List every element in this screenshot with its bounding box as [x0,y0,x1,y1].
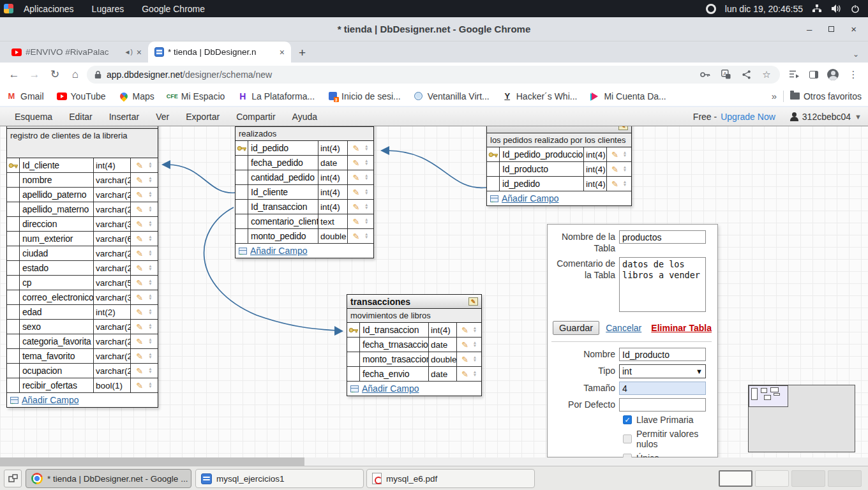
password-key-icon[interactable] [700,69,711,80]
edit-field-icon[interactable]: ✎ [136,205,143,214]
edit-field-icon[interactable]: ✎ [136,308,143,316]
bookmark-mi-espacio[interactable]: CFEMi Espacio [167,91,225,101]
reorder-field-icon[interactable]: ▲▼ [148,279,152,286]
field-row[interactable]: cpvarchar(5)✎▲▼ [7,276,158,290]
edit-field-icon[interactable]: ✎ [136,279,143,287]
side-panel-icon[interactable] [809,71,818,78]
field-row[interactable]: apellido_paternovarchar(20)✎▲▼ [7,188,158,202]
reorder-field-icon[interactable]: ▲▼ [148,177,152,183]
field-row[interactable]: categoria_favoritavarchar(25)✎▲▼ [7,334,158,349]
add-field-row[interactable]: Añadir Campo [7,393,158,407]
edit-field-icon[interactable]: ✎ [136,293,143,302]
field-row[interactable]: sexovarchar(2)✎▲▼ [7,320,158,334]
reorder-field-icon[interactable]: ▲▼ [148,353,152,359]
address-bar[interactable]: app.dbdesigner.net/designer/schema/new A… [87,66,780,84]
field-row[interactable]: id_pedidoint(4)✎▲▼ [487,177,631,191]
menu-ayuda[interactable]: Ayuda [284,112,326,122]
field-row[interactable]: Id_clienteint(4)✎▲▼ [7,158,158,173]
reorder-field-icon[interactable]: ▲▼ [364,218,368,225]
edit-field-icon[interactable]: ✎ [611,151,618,159]
edit-table-icon[interactable]: ✎ [468,297,478,306]
distro-logo-icon[interactable] [4,4,13,13]
accessibility-icon[interactable] [706,4,716,14]
reorder-field-icon[interactable]: ▲▼ [473,341,477,348]
field-row[interactable]: fecha_enviodate✎▲▼ [347,367,481,382]
reorder-field-icon[interactable]: ▲▼ [623,166,627,172]
field-row[interactable]: fecha_pedidodate✎▲▼ [236,156,373,170]
edit-field-icon[interactable]: ✎ [136,249,143,258]
edit-field-icon[interactable]: ✎ [136,323,143,331]
upgrade-now-link[interactable]: Upgrade Now [721,112,775,122]
forward-button[interactable]: → [26,68,43,81]
edit-field-icon[interactable]: ✎ [461,370,468,378]
bookmark-inicio-de-sesion[interactable]: Inicio de sesi... [327,91,401,101]
field-row[interactable]: Id_pedido_produccionint(4)✎▲▼ [487,147,631,162]
add-field-row[interactable]: Añadir Campo [487,191,631,205]
delete-table-link[interactable]: Eliminar Tabla [651,323,712,333]
edit-field-icon[interactable]: ✎ [353,144,360,152]
minimize-button[interactable]: – [807,24,812,34]
reorder-field-icon[interactable]: ▲▼ [623,181,627,187]
save-button[interactable]: Guardar [553,321,599,335]
menu-esquema[interactable]: Esquema [6,112,61,122]
bookmark-hackers[interactable]: YHacker´s Whi... [502,91,578,101]
reorder-field-icon[interactable]: ▲▼ [364,160,368,166]
tab-audio-icon[interactable]: ◄) [124,48,133,56]
reorder-field-icon[interactable]: ▲▼ [364,174,368,181]
reorder-field-icon[interactable]: ▲▼ [148,368,152,374]
edit-field-icon[interactable]: ✎ [136,191,143,199]
add-field-link[interactable]: Añadir Campo [22,395,79,405]
edit-field-icon[interactable]: ✎ [136,235,143,243]
table-pedidos-produccion[interactable]: ✎ los pedidos realizado por los clientes… [486,126,632,206]
reorder-field-icon[interactable]: ▲▼ [623,151,627,158]
reorder-field-icon[interactable]: ▲▼ [148,191,152,198]
field-row[interactable]: estadovarchar(25)✎▲▼ [7,261,158,276]
tab-dbdesigner[interactable]: * tienda | DbDesigner.n × [148,41,291,63]
translate-icon[interactable]: A [720,69,731,80]
edit-field-icon[interactable]: ✎ [136,338,143,346]
field-row[interactable]: Id_transaccionint(4)✎▲▼ [347,323,481,338]
add-field-link[interactable]: Añadir Campo [362,383,419,394]
username-label[interactable]: 312cbebc04 [802,112,851,122]
tab-youtube[interactable]: #ENVIVO #RivaPalac ◄) × [5,41,148,63]
other-favorites-folder[interactable]: Otros favoritos [790,91,862,101]
field-row[interactable]: Id_productoint(4)✎▲▼ [487,162,631,177]
taskbar-window-chrome[interactable]: * tienda | DbDesigner.net - Google ... [26,469,191,488]
edit-field-icon[interactable]: ✎ [353,218,360,226]
close-button[interactable]: × [851,24,857,34]
field-default-input[interactable] [619,398,706,412]
field-row[interactable]: tema_favoritovarchar(25)✎▲▼ [7,349,158,364]
bookmark-star-icon[interactable]: ☆ [761,69,772,80]
table-title-bar[interactable]: transacciones ✎ [347,295,481,309]
reorder-field-icon[interactable]: ▲▼ [148,338,152,345]
schema-canvas[interactable]: ✎ registro de clientes de la libreria Id… [0,126,868,466]
field-row[interactable]: correo_electronicovarchar(35)✎▲▼ [7,290,158,305]
menu-exportar[interactable]: Exportar [177,112,228,122]
bookmark-gmail[interactable]: MGmail [6,91,44,101]
canvas-hscrollbar[interactable] [0,457,868,466]
reorder-field-icon[interactable]: ▲▼ [148,265,152,271]
bookmark-la-plataforma[interactable]: HLa Plataforma... [237,91,315,101]
edit-field-icon[interactable]: ✎ [136,176,143,184]
edit-field-icon[interactable]: ✎ [353,203,360,211]
menu-insertar[interactable]: Insertar [101,112,147,122]
workspace-1[interactable] [719,470,752,487]
maximize-button[interactable] [828,26,834,32]
field-row[interactable]: recibir_ofertasbool(1)✎▲▼ [7,378,158,393]
reorder-field-icon[interactable]: ▲▼ [364,233,368,239]
reorder-field-icon[interactable]: ▲▼ [148,235,152,242]
reload-button[interactable]: ↻ [46,68,64,81]
field-size-input[interactable] [619,382,706,395]
checkbox-llave-primaria[interactable]: ✓ [623,415,632,424]
home-button[interactable]: ⌂ [66,68,84,81]
reorder-field-icon[interactable]: ▲▼ [473,356,477,362]
add-field-link[interactable]: Añadir Campo [502,193,559,204]
edit-field-icon[interactable]: ✎ [353,232,360,241]
network-icon[interactable] [812,4,822,14]
field-row[interactable]: edadint(2)✎▲▼ [7,305,158,320]
menu-ver[interactable]: Ver [147,112,177,122]
edit-field-icon[interactable]: ✎ [611,165,618,174]
tab-overflow-chevron-icon[interactable]: ⌄ [853,50,868,63]
reorder-field-icon[interactable]: ▲▼ [148,162,152,168]
reorder-field-icon[interactable]: ▲▼ [148,206,152,212]
